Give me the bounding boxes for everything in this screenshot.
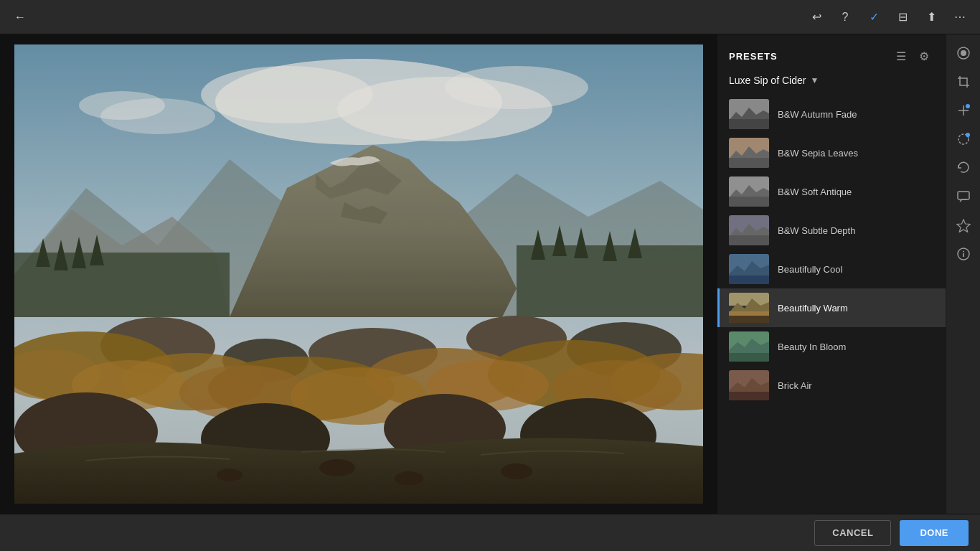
filter-button[interactable]: ⚙ xyxy=(914,46,934,66)
collection-name: Luxe Sip of Cider xyxy=(729,75,806,86)
presets-icon-button[interactable] xyxy=(951,40,976,66)
svg-rect-67 xyxy=(729,316,769,323)
svg-rect-54 xyxy=(729,158,769,168)
undo-button[interactable]: ↩ xyxy=(805,6,828,29)
panel-with-icons: PRESETS ☰ ⚙ Luxe Sip of Cider ▼ B&W Autu… xyxy=(717,34,980,514)
svg-rect-48 xyxy=(14,44,703,504)
preset-thumbnail xyxy=(729,293,769,323)
presets-panel: PRESETS ☰ ⚙ Luxe Sip of Cider ▼ B&W Autu… xyxy=(717,34,946,514)
svg-point-78 xyxy=(966,133,970,137)
collection-selector[interactable]: Luxe Sip of Cider ▼ xyxy=(717,72,946,95)
preset-item-beauty-in-bloom[interactable]: Beauty In Bloom⋯ xyxy=(717,327,946,366)
heal-icon-button[interactable] xyxy=(951,98,976,123)
preset-item-bw-soft-antique[interactable]: B&W Soft Antique⋯ xyxy=(717,172,946,211)
svg-rect-66 xyxy=(729,311,769,316)
preset-thumbnail xyxy=(729,176,769,207)
main-content: PRESETS ☰ ⚙ Luxe Sip of Cider ▼ B&W Autu… xyxy=(0,34,980,514)
preset-name: B&W Sepia Leaves xyxy=(778,148,917,159)
svg-rect-70 xyxy=(729,353,769,362)
share-button[interactable]: ⬆ xyxy=(920,6,943,29)
preset-name: Beautifully Cool xyxy=(778,264,917,275)
preset-thumbnail xyxy=(729,254,769,284)
presets-title: PRESETS xyxy=(729,51,778,62)
toolbar-left: ← xyxy=(9,6,32,29)
compare-button[interactable]: ⊟ xyxy=(891,6,914,29)
preset-thumbnail xyxy=(729,138,769,168)
crop-icon-button[interactable] xyxy=(951,69,976,95)
photo-area xyxy=(0,34,717,514)
preset-thumbnail xyxy=(729,370,769,400)
svg-point-76 xyxy=(966,104,970,108)
svg-rect-51 xyxy=(729,119,769,129)
preset-item-beautifully-cool[interactable]: Beautifully Cool⋯ xyxy=(717,250,946,288)
check-button[interactable]: ✓ xyxy=(862,6,885,29)
mask-icon-button[interactable] xyxy=(951,126,976,152)
preset-item-beautifully-warm[interactable]: Beautifully Warm⋯ xyxy=(717,288,946,327)
svg-rect-60 xyxy=(729,235,769,245)
preset-thumbnail xyxy=(729,331,769,362)
svg-rect-79 xyxy=(958,192,969,199)
bottom-bar: CANCEL DONE xyxy=(0,514,980,551)
preset-item-bw-autumn-fade[interactable]: B&W Autumn Fade⋯ xyxy=(717,95,946,133)
preset-name: B&W Subtle Depth xyxy=(778,225,917,236)
preset-list: B&W Autumn Fade⋯ B&W Sepia Leaves⋯ B&W S… xyxy=(717,95,946,514)
help-button[interactable]: ? xyxy=(834,6,857,29)
svg-rect-57 xyxy=(729,197,769,207)
chevron-down-icon: ▼ xyxy=(810,75,819,85)
preset-thumbnail xyxy=(729,215,769,245)
preset-name: Beauty In Bloom xyxy=(778,342,917,352)
photo-container xyxy=(14,44,703,504)
right-icons-sidebar xyxy=(946,34,980,514)
back-button[interactable]: ← xyxy=(9,6,32,29)
presets-header: PRESETS ☰ ⚙ xyxy=(717,34,946,72)
preset-item-bw-sepia-leaves[interactable]: B&W Sepia Leaves⋯ xyxy=(717,133,946,172)
svg-point-81 xyxy=(963,251,964,253)
list-view-button[interactable]: ☰ xyxy=(891,46,911,66)
preset-item-bw-subtle-depth[interactable]: B&W Subtle Depth⋯ xyxy=(717,211,946,250)
top-toolbar: ← ↩ ? ✓ ⊟ ⬆ ⋯ xyxy=(0,0,980,34)
comment-icon-button[interactable] xyxy=(951,184,976,209)
history-icon-button[interactable] xyxy=(951,155,976,181)
preset-name: B&W Autumn Fade xyxy=(778,109,917,120)
svg-rect-63 xyxy=(729,276,769,284)
preset-name: B&W Soft Antique xyxy=(778,187,917,197)
done-button[interactable]: DONE xyxy=(900,520,969,546)
preset-name: Beautifully Warm xyxy=(778,303,917,314)
more-button[interactable]: ⋯ xyxy=(948,6,971,29)
preset-item-brick-air[interactable]: Brick Air⋯ xyxy=(717,366,946,405)
presets-header-icons: ☰ ⚙ xyxy=(891,46,934,66)
svg-rect-73 xyxy=(729,392,769,400)
preset-thumbnail xyxy=(729,99,769,129)
toolbar-right: ↩ ? ✓ ⊟ ⬆ ⋯ xyxy=(805,6,971,29)
info-icon-button[interactable] xyxy=(951,241,976,267)
star-icon-button[interactable] xyxy=(951,212,976,238)
preset-name: Brick Air xyxy=(778,380,917,391)
svg-point-75 xyxy=(961,50,966,56)
cancel-button[interactable]: CANCEL xyxy=(814,520,891,546)
